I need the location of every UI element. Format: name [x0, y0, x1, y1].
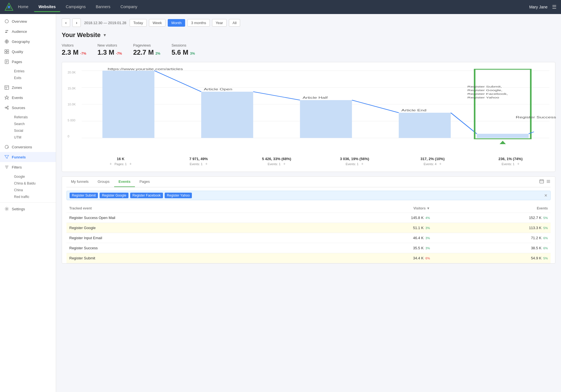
sidebar-item-zones[interactable]: Zones — [0, 82, 56, 93]
tab-events[interactable]: Events — [114, 177, 135, 187]
sidebar-item-sources[interactable]: Sources — [0, 103, 56, 113]
sidebar-item-red-traffic[interactable]: Red traffic — [12, 193, 56, 200]
table-body: Register Success Open Mail 145.8 K 4% 15… — [66, 213, 551, 263]
tag-register-facebook[interactable]: Register Facebook — [130, 193, 163, 198]
period-3months-button[interactable]: 3 months — [187, 19, 210, 27]
sources-submenu: Referrals Search Social UTM — [0, 113, 56, 142]
list-view-button[interactable] — [546, 179, 551, 185]
funnel-bar-5 — [477, 134, 529, 138]
visitors-value: 34.4 K 6% — [315, 253, 433, 263]
sidebar-item-funnels[interactable]: Funnels — [0, 152, 56, 162]
tag-register-yahoo[interactable]: Register Yahoo — [165, 193, 192, 198]
sidebar-item-social[interactable]: Social — [12, 127, 56, 134]
nav-company[interactable]: Company — [116, 2, 142, 12]
events-value: 113.3 K 5% — [433, 223, 551, 233]
events-value: 152.7 K 5% — [433, 213, 551, 223]
step-1-add[interactable]: + Pages: 1 + — [82, 162, 160, 166]
date-bar: ‹ › 2018.12.30 — 2019.01.28 Today Week M… — [62, 19, 555, 27]
geography-icon — [4, 39, 9, 44]
tag-register-google[interactable]: Register Google — [100, 193, 128, 198]
sidebar-item-geography[interactable]: Geography — [0, 36, 56, 47]
sidebar-item-exits[interactable]: Exits — [12, 75, 56, 81]
app-layout: Overview Audience Geography Quality Page… — [0, 14, 561, 392]
main-content: ‹ › 2018.12.30 — 2019.01.28 Today Week M… — [56, 14, 561, 392]
sidebar-item-referrals[interactable]: Referrals — [12, 114, 56, 121]
period-all-button[interactable]: All — [229, 19, 240, 27]
svg-rect-9 — [5, 52, 6, 54]
y-label-10k: 10.0K — [68, 103, 82, 106]
step-3-add[interactable]: Events: 1 + — [238, 162, 316, 166]
col-visitors[interactable]: Visitors ▼ — [315, 204, 433, 213]
sidebar-item-google[interactable]: Google — [12, 173, 56, 180]
sidebar-item-conversions[interactable]: Conversions — [0, 142, 56, 152]
list-icon — [546, 179, 551, 184]
col-events: Events — [433, 204, 551, 213]
filters-submenu: Google China & Baidu China Red traffic — [0, 172, 56, 201]
date-range-display: 2018.12.30 — 2019.01.28 — [84, 21, 126, 25]
events-value: 71.2 K 6% — [433, 233, 551, 243]
step-4-value: 3 036, 19% (56%) — [316, 157, 394, 161]
sidebar-item-filters[interactable]: Filters — [0, 162, 56, 172]
sidebar-item-settings[interactable]: Settings — [0, 204, 56, 214]
funnel-chart-area: https://www.yoursite.com/articles Articl… — [82, 68, 549, 166]
funnel-step-labels: 16 K 7 971, 49% 5 426, 33% (68%) 3 036, … — [82, 157, 549, 161]
next-period-button[interactable]: › — [72, 19, 81, 27]
calendar-view-button[interactable] — [539, 179, 544, 185]
prev-period-button[interactable]: ‹ — [62, 19, 70, 27]
menu-icon[interactable]: ☰ — [552, 4, 557, 10]
sidebar-item-utm[interactable]: UTM — [12, 134, 56, 141]
event-name: Register Success — [66, 243, 315, 253]
tab-my-funnels[interactable]: My funnels — [66, 177, 93, 187]
audience-icon — [4, 29, 9, 34]
nav-banners[interactable]: Banners — [91, 2, 115, 12]
sidebar-item-events[interactable]: Events — [0, 93, 56, 103]
period-today-button[interactable]: Today — [130, 19, 147, 27]
app-logo — [4, 3, 13, 11]
sidebar-item-overview[interactable]: Overview — [0, 16, 56, 26]
svg-rect-12 — [5, 86, 9, 89]
table-header: Tracked event Visitors ▼ Events — [66, 204, 551, 213]
stat-sessions: Sessions 5.6 M 3% — [171, 43, 195, 56]
nav-items: Home Websites Campaigns Banners Company — [13, 2, 529, 12]
funnel-connector-2-3 — [253, 92, 300, 100]
overview-icon — [4, 19, 9, 24]
sidebar-item-audience[interactable]: Audience — [0, 26, 56, 36]
website-title[interactable]: Your Website ▼ — [62, 31, 555, 39]
user-name: Mary Jane — [529, 5, 548, 9]
visitors-value: 145.8 K 4% — [315, 213, 433, 223]
nav-campaigns[interactable]: Campaigns — [61, 2, 90, 12]
stats-row: Visitors 2.3 M -7% New visitors 1.3 M -7… — [62, 43, 555, 56]
table-row: Register Google 51.1 K 3% 113.3 K 5% — [66, 223, 551, 233]
sidebar-item-pages[interactable]: Pages — [0, 57, 56, 67]
sidebar-item-entries[interactable]: Entries — [12, 68, 56, 75]
step-3-value: 5 426, 33% (68%) — [238, 157, 316, 161]
events-value: 38.5 K 6% — [433, 243, 551, 253]
sidebar-item-quality[interactable]: Quality — [0, 47, 56, 57]
funnel-chart-container: 20.0K 15.0K 10.0K 5 000 0 — [62, 62, 555, 172]
funnel-tooltip-2: Article Open — [204, 88, 233, 91]
step-6-value: 236, 1% (74%) — [472, 157, 549, 161]
step-1-value: 16 K — [82, 157, 160, 161]
period-week-button[interactable]: Week — [149, 19, 165, 27]
period-month-button[interactable]: Month — [168, 19, 185, 27]
period-year-button[interactable]: Year — [212, 19, 227, 27]
events-value: 54.9 K 5% — [433, 253, 551, 263]
sidebar-item-china-baidu[interactable]: China & Baidu — [12, 180, 56, 187]
funnel-connector-3-4 — [352, 100, 399, 113]
nav-websites[interactable]: Websites — [34, 2, 60, 12]
settings-icon — [4, 207, 9, 211]
step-2-add[interactable]: Events: 1 + — [160, 162, 238, 166]
tag-register-submit[interactable]: Register Submit — [70, 193, 98, 198]
nav-home[interactable]: Home — [13, 2, 33, 12]
step-6-add[interactable]: Events: 1 + — [472, 162, 549, 166]
svg-point-3 — [5, 20, 8, 23]
step-5-add[interactable]: Events: 4 + — [394, 162, 472, 166]
step-4-add[interactable]: Events: 1 + — [316, 162, 394, 166]
sidebar-item-china[interactable]: China — [12, 187, 56, 193]
event-name: Register Google — [66, 223, 315, 233]
clear-tags-button[interactable]: ✕ — [544, 193, 548, 198]
visitors-change: -7% — [80, 52, 86, 56]
tab-pages[interactable]: Pages — [135, 177, 154, 187]
tab-groups[interactable]: Groups — [93, 177, 114, 187]
sidebar-item-search[interactable]: Search — [12, 121, 56, 127]
